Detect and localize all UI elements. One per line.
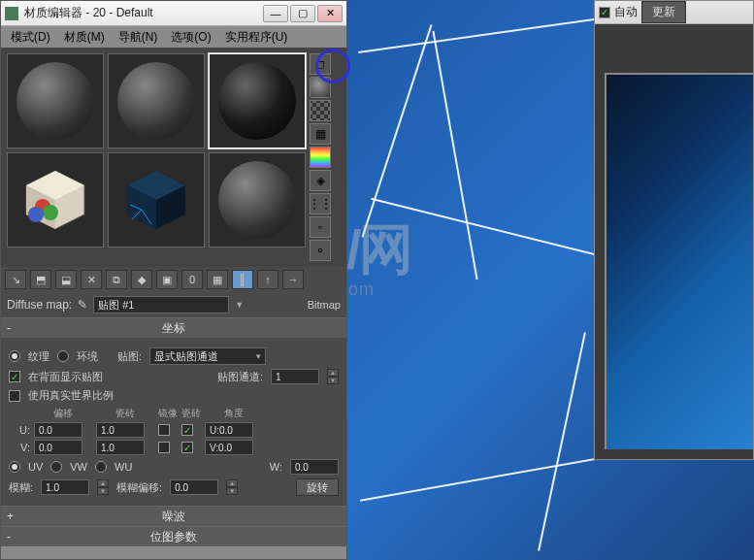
menu-util[interactable]: 实用程序(U) — [219, 27, 294, 48]
select-by-material-icon[interactable]: ▫ — [310, 216, 331, 238]
rotate-button[interactable]: 旋转 — [296, 478, 339, 496]
window-title: 材质编辑器 - 20 - Default — [24, 5, 263, 21]
svg-point-4 — [43, 205, 58, 220]
update-button[interactable]: 更新 — [641, 1, 686, 23]
u-offset-spinner[interactable]: 0.0 — [34, 422, 82, 438]
sample-slot-5[interactable] — [108, 152, 205, 247]
u-tile-check[interactable] — [181, 424, 193, 436]
sample-slot-3[interactable] — [209, 53, 306, 148]
u-angle-spinner[interactable]: U:0.0 — [205, 422, 253, 438]
app-icon — [5, 7, 18, 20]
v-offset-spinner[interactable]: 0.0 — [34, 440, 82, 455]
side-tool-column: ◻ ▦ ◈ ⋮⋮ ▫ ⚬ — [310, 53, 335, 261]
make-copy-icon[interactable]: ⧉ — [106, 270, 127, 289]
vw-radio[interactable] — [50, 461, 62, 473]
bitmap-params-header[interactable]: -位图参数 — [1, 527, 346, 546]
sample-slot-4[interactable] — [7, 152, 104, 247]
preview-area — [595, 24, 753, 459]
make-unique-icon[interactable]: ◆ — [131, 270, 152, 289]
go-to-parent-icon[interactable]: ↑ — [257, 270, 279, 289]
menu-nav[interactable]: 导航(N) — [113, 27, 164, 48]
put-to-library-icon[interactable]: ▣ — [156, 270, 178, 289]
noise-rollout: +噪波 — [1, 506, 346, 526]
show-end-result-icon[interactable]: ║ — [232, 270, 253, 289]
coordinates-rollout: -坐标 纹理 环境 贴图: 显式贴图通道 在背面显示贴图 贴图通道: 1 ▲▼ … — [1, 317, 346, 506]
blur-offset-spinner[interactable]: 0.0 — [170, 479, 218, 495]
background-icon[interactable] — [310, 100, 331, 121]
v-mirror-check[interactable] — [158, 442, 170, 453]
preview-image — [605, 73, 753, 449]
coordinates-header[interactable]: -坐标 — [1, 318, 346, 338]
video-color-icon[interactable] — [310, 147, 331, 168]
show-in-viewport-icon[interactable]: ▦ — [207, 270, 228, 289]
bitmap-params-rollout: -位图参数 — [1, 526, 346, 546]
eyedropper-icon[interactable]: ✎ — [78, 298, 87, 312]
make-preview-icon[interactable]: ◈ — [310, 170, 331, 191]
u-tiling-spinner[interactable]: 1.0 — [96, 422, 145, 438]
menubar: 模式(D) 材质(M) 导航(N) 选项(O) 实用程序(U) — [1, 26, 346, 48]
menu-material[interactable]: 材质(M) — [58, 27, 111, 48]
material-editor-window: 材质编辑器 - 20 - Default — ▢ ✕ 模式(D) 材质(M) 导… — [0, 0, 347, 560]
spin-down[interactable]: ▼ — [327, 377, 339, 384]
sample-slot-1[interactable] — [7, 53, 104, 148]
preview-window: 自动 更新 — [594, 0, 754, 460]
svg-point-5 — [28, 207, 44, 222]
v-tile-check[interactable] — [181, 442, 193, 453]
show-backface-check[interactable] — [9, 371, 20, 382]
mapping-dropdown[interactable]: 显式贴图通道 — [149, 347, 266, 365]
blur-spinner[interactable]: 1.0 — [41, 479, 89, 495]
realworld-check[interactable] — [9, 390, 20, 402]
sample-slot-6[interactable] — [209, 152, 306, 247]
options-icon[interactable]: ⋮⋮ — [310, 193, 331, 214]
material-toolbar: ↘ ⬒ ⬓ ✕ ⧉ ◆ ▣ 0 ▦ ║ ↑ → — [1, 267, 346, 292]
get-material-icon[interactable]: ↘ — [5, 270, 26, 289]
v-tiling-spinner[interactable]: 1.0 — [96, 440, 145, 455]
texture-radio[interactable] — [9, 350, 20, 362]
diffuse-map-label: Diffuse map: — [7, 298, 72, 312]
menu-mode[interactable]: 模式(D) — [5, 27, 56, 48]
uv-radio[interactable] — [9, 461, 20, 473]
menu-options[interactable]: 选项(O) — [165, 27, 216, 48]
u-mirror-check[interactable] — [158, 424, 170, 436]
wu-radio[interactable] — [95, 461, 107, 473]
preview-titlebar[interactable]: 自动 更新 — [595, 1, 753, 24]
map-type-button[interactable]: Bitmap — [308, 299, 341, 311]
sample-uv-icon[interactable]: ▦ — [310, 123, 331, 145]
sample-slots-area: ◻ ▦ ◈ ⋮⋮ ▫ ⚬ — [1, 48, 346, 267]
maximize-button[interactable]: ▢ — [290, 5, 315, 22]
map-name-input[interactable] — [93, 296, 229, 313]
assign-to-selection-icon[interactable]: ⬓ — [55, 270, 77, 289]
auto-check[interactable] — [599, 7, 610, 18]
go-forward-icon[interactable]: → — [282, 270, 304, 289]
noise-header[interactable]: +噪波 — [1, 507, 346, 526]
spin-up[interactable]: ▲ — [327, 369, 339, 377]
map-channel-spinner[interactable]: 1 — [271, 369, 319, 384]
close-button[interactable]: ✕ — [317, 5, 343, 22]
sample-slot-2[interactable] — [108, 53, 205, 148]
minimize-button[interactable]: — — [263, 5, 288, 22]
material-map-nav-icon[interactable]: ⚬ — [310, 240, 331, 261]
v-angle-spinner[interactable]: V:0.0 — [205, 440, 253, 455]
reset-map-icon[interactable]: ✕ — [81, 270, 102, 289]
put-to-scene-icon[interactable]: ⬒ — [30, 270, 51, 289]
environ-radio[interactable] — [57, 350, 69, 362]
titlebar[interactable]: 材质编辑器 - 20 - Default — ▢ ✕ — [1, 1, 346, 26]
annotation-circle — [315, 49, 350, 83]
map-name-row: Diffuse map: ✎ ▼ Bitmap — [1, 292, 346, 317]
material-id-icon[interactable]: 0 — [181, 270, 203, 289]
w-angle-spinner[interactable]: 0.0 — [290, 459, 339, 475]
